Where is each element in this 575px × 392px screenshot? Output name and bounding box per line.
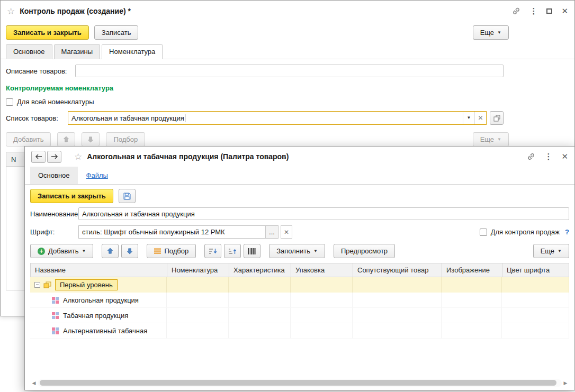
link-icon[interactable] — [512, 7, 520, 15]
column-font-color[interactable]: Цвет шрифта — [502, 263, 569, 277]
empty-cell[interactable] — [291, 293, 353, 308]
collapse-icon[interactable] — [34, 282, 40, 288]
text-cursor — [185, 114, 185, 122]
tab-nomenclature[interactable]: Номенклатура — [102, 44, 163, 59]
kebab-menu-icon[interactable]: ⋮ — [529, 6, 537, 16]
maximize-icon[interactable] — [546, 8, 552, 14]
all-nomenclature-checkbox[interactable] — [6, 98, 13, 106]
sort-ascending-button[interactable] — [224, 244, 241, 258]
empty-cell[interactable] — [502, 277, 569, 293]
scrollbar-track[interactable] — [38, 379, 562, 387]
empty-cell[interactable] — [167, 323, 229, 339]
item-name-cell[interactable]: Альтернативный табачная — [30, 323, 167, 339]
empty-cell[interactable] — [229, 293, 291, 308]
selected-cell-value[interactable]: Первый уровень — [55, 279, 118, 290]
goods-list-value[interactable]: Алкогольная и табачная продукция — [68, 112, 463, 124]
nav-link-files[interactable]: Файлы — [86, 167, 108, 184]
column-image[interactable]: Изображение — [442, 263, 502, 277]
column-nomenclature[interactable]: Номенклатура — [167, 263, 229, 277]
empty-cell[interactable] — [167, 293, 229, 308]
empty-cell[interactable] — [291, 308, 353, 323]
column-characteristic[interactable]: Характеристика — [229, 263, 291, 277]
save-close-button[interactable]: Записать и закрыть — [30, 189, 113, 203]
plus-icon: + — [38, 248, 45, 255]
save-button[interactable]: Записать — [94, 25, 139, 40]
front-nav: Основное Файлы — [25, 167, 574, 185]
description-input[interactable] — [75, 65, 504, 77]
name-input[interactable] — [78, 207, 569, 220]
table-row-group[interactable]: Первый уровень — [30, 277, 569, 293]
column-name[interactable]: Название — [31, 263, 167, 277]
table-row[interactable]: Табачная продукция — [30, 308, 569, 323]
font-clear-button[interactable]: ✕ — [281, 225, 292, 239]
preview-button[interactable]: Предпросмотр — [334, 244, 395, 258]
add-button-disabled: Добавить — [6, 132, 51, 147]
empty-cell[interactable] — [442, 308, 502, 323]
tab-stores[interactable]: Магазины — [54, 44, 101, 59]
arrow-up-icon — [63, 136, 69, 143]
save-button[interactable] — [119, 189, 136, 203]
empty-cell[interactable] — [442, 293, 502, 308]
goods-list-clear-button[interactable]: ✕ — [474, 112, 486, 124]
empty-cell[interactable] — [291, 323, 353, 339]
more-button-label: Еще — [541, 247, 554, 255]
tab-main[interactable]: Основное — [6, 44, 52, 59]
scroll-left-icon[interactable]: ◀ — [30, 380, 38, 386]
empty-cell[interactable] — [353, 323, 442, 339]
favorite-star-icon[interactable]: ☆ — [7, 7, 15, 16]
empty-cell[interactable] — [167, 277, 229, 293]
more-button[interactable]: Еще ▼ — [533, 244, 569, 258]
scrollbar-thumb[interactable] — [40, 380, 556, 386]
scroll-right-icon[interactable]: ▶ — [562, 380, 569, 386]
add-button[interactable]: + Добавить ▼ — [30, 244, 93, 258]
empty-cell[interactable] — [353, 277, 442, 293]
sort-descending-button[interactable] — [204, 244, 221, 258]
close-icon[interactable]: ✕ — [561, 152, 568, 161]
goods-list-open-button[interactable] — [490, 111, 504, 125]
item-name-cell[interactable]: Алкогольная продукция — [30, 293, 167, 308]
help-link[interactable]: ? — [565, 228, 569, 236]
goods-list-dropdown-button[interactable]: ▼ — [463, 112, 474, 124]
group-name-cell[interactable]: Первый уровень — [30, 277, 167, 293]
table-row[interactable]: Альтернативный табачная — [30, 323, 569, 339]
empty-cell[interactable] — [353, 293, 442, 308]
column-packaging[interactable]: Упаковка — [291, 263, 353, 277]
forward-navigation-button[interactable] — [47, 151, 61, 163]
empty-cell[interactable] — [229, 308, 291, 323]
empty-cell[interactable] — [502, 323, 569, 339]
fill-button[interactable]: Заполнить ▼ — [269, 244, 325, 258]
item-name-cell[interactable]: Табачная продукция — [30, 308, 167, 323]
close-icon[interactable]: ✕ — [561, 6, 568, 16]
horizontal-scrollbar[interactable]: ◀ ▶ — [30, 379, 569, 387]
kebab-menu-icon[interactable]: ⋮ — [544, 152, 552, 161]
back-navigation-button[interactable] — [31, 151, 46, 163]
empty-cell[interactable] — [442, 277, 502, 293]
pick-button[interactable]: Подбор — [147, 244, 196, 258]
empty-cell[interactable] — [291, 277, 353, 293]
save-close-button[interactable]: Записать и закрыть — [6, 25, 89, 40]
empty-cell[interactable] — [502, 293, 569, 308]
font-value[interactable]: стиль: Шрифт обычный полужирный 12 РМК — [79, 226, 265, 238]
empty-cell[interactable] — [167, 308, 229, 323]
nav-tab-main[interactable]: Основное — [30, 167, 78, 184]
empty-cell[interactable] — [229, 323, 291, 339]
empty-cell[interactable] — [353, 308, 442, 323]
column-related-product[interactable]: Сопутствующий товар — [353, 263, 442, 277]
empty-cell[interactable] — [229, 277, 291, 293]
link-icon[interactable] — [527, 152, 535, 161]
sales-control-checkbox[interactable] — [480, 229, 487, 236]
move-up-button[interactable] — [102, 244, 119, 258]
empty-cell[interactable] — [502, 308, 569, 323]
font-label: Шрифт: — [30, 228, 78, 236]
more-button[interactable]: Еще ▼ — [473, 25, 509, 40]
font-choose-button[interactable]: ... — [265, 226, 278, 238]
favorite-star-icon[interactable]: ☆ — [74, 152, 82, 161]
empty-cell[interactable] — [442, 323, 502, 339]
move-up-button-disabled — [57, 132, 75, 147]
open-in-window-icon — [493, 115, 500, 122]
goods-list-combo[interactable]: Алкогольная и табачная продукция ▼ ✕ — [68, 111, 487, 125]
barcode-button[interactable] — [244, 244, 260, 258]
move-down-button[interactable] — [121, 244, 138, 258]
font-input-group[interactable]: стиль: Шрифт обычный полужирный 12 РМК .… — [78, 225, 278, 239]
table-row[interactable]: Алкогольная продукция — [30, 293, 569, 308]
